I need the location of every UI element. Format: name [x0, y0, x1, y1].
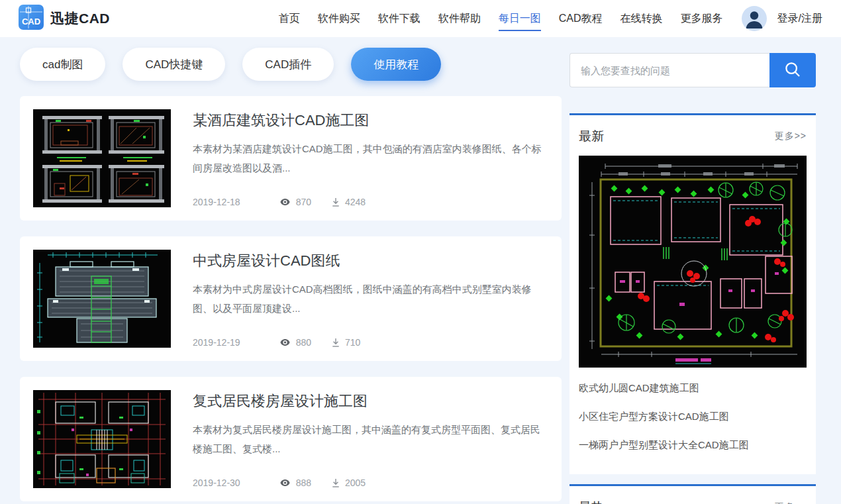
main-nav: 首页 软件购买 软件下载 软件帮助 每日一图 CAD教程 在线转换 更多服务 — [279, 8, 723, 29]
views-group: 888 — [279, 478, 311, 488]
latest-featured-image[interactable] — [579, 156, 807, 368]
nav-item-download[interactable]: 软件下载 — [378, 8, 420, 29]
search-input[interactable] — [569, 53, 769, 87]
download-icon — [331, 478, 340, 488]
nav-item-tutorials[interactable]: CAD教程 — [559, 8, 603, 29]
article-title[interactable]: 中式房屋设计CAD图纸 — [193, 251, 548, 271]
downloads-group: 4248 — [331, 197, 366, 207]
article-column: cad制图 CAD快捷键 CAD插件 使用教程 — [20, 48, 562, 504]
eye-icon — [279, 478, 291, 488]
eye-icon — [279, 337, 291, 348]
filter-pill-cad-drawing[interactable]: cad制图 — [20, 48, 105, 81]
article-thumbnail[interactable] — [33, 109, 171, 207]
cad-floorplan-drawing — [33, 250, 171, 348]
nav-item-home[interactable]: 首页 — [279, 8, 300, 29]
cad-duplex-plan-drawing — [33, 390, 171, 488]
article-card[interactable]: 某酒店建筑设计CAD施工图 本素材为某酒店建筑设计CAD施工图，其中包涵的有酒店… — [20, 96, 562, 221]
user-avatar-icon[interactable] — [742, 6, 767, 31]
article-title[interactable]: 某酒店建筑设计CAD施工图 — [193, 111, 548, 130]
cad-elevation-drawing — [33, 109, 171, 207]
download-icon — [331, 338, 340, 348]
filter-pill-plugins[interactable]: CAD插件 — [242, 48, 334, 81]
article-body: 中式房屋设计CAD图纸 本素材为中式房屋设计CAD高档图纸，图纸中涵盖的有高档中… — [193, 250, 548, 348]
views-count: 880 — [296, 337, 311, 348]
article-thumbnail[interactable] — [33, 390, 171, 488]
downloads-group: 2005 — [331, 478, 366, 488]
hottest-title: 最热 — [579, 499, 604, 504]
top-navigation-bar: CAD 迅捷CAD 首页 软件购买 软件下载 软件帮助 每日一图 CAD教程 在… — [0, 0, 841, 37]
views-count: 888 — [296, 478, 311, 488]
cad-logo-icon: CAD — [19, 5, 44, 32]
downloads-group: 710 — [331, 337, 360, 348]
article-title[interactable]: 复式居民楼房屋设计施工图 — [193, 391, 548, 411]
views-count: 870 — [296, 197, 311, 207]
hottest-more-link[interactable]: 更多>> — [775, 501, 807, 504]
latest-item[interactable]: 欧式幼儿圆CAD建筑施工图 — [579, 374, 807, 403]
article-body: 复式居民楼房屋设计施工图 本素材为复式居民楼房屋设计施工图，其中涵盖的有复式房型… — [193, 390, 548, 488]
article-card[interactable]: 复式居民楼房屋设计施工图 本素材为复式居民楼房屋设计施工图，其中涵盖的有复式房型… — [20, 377, 562, 501]
search-icon — [783, 60, 803, 81]
filter-pill-tutorials[interactable]: 使用教程 — [351, 48, 441, 81]
downloads-count: 710 — [345, 337, 360, 348]
downloads-count: 4248 — [345, 197, 366, 207]
latest-item[interactable]: 一梯两户户型别墅设计大全CAD施工图 — [579, 431, 807, 460]
article-description: 本素材为复式居民楼房屋设计施工图，其中涵盖的有复式房型平面图、复式居民楼施工图、… — [193, 420, 548, 459]
nav-item-daily-image[interactable]: 每日一图 — [499, 8, 541, 29]
download-icon — [331, 197, 340, 207]
category-filter-bar: cad制图 CAD快捷键 CAD插件 使用教程 — [20, 48, 562, 81]
eye-icon — [279, 197, 291, 207]
article-thumbnail[interactable] — [33, 250, 171, 348]
views-group: 870 — [279, 197, 311, 207]
nav-item-more-services[interactable]: 更多服务 — [681, 8, 723, 29]
article-date: 2019-12-18 — [193, 197, 240, 207]
hottest-panel: 最热 更多>> — [569, 484, 816, 504]
account-area: 登录/注册 — [742, 6, 822, 31]
article-meta: 2019-12-30 888 2005 — [193, 478, 548, 488]
filter-pill-shortcuts[interactable]: CAD快捷键 — [123, 48, 225, 81]
nav-item-online-convert[interactable]: 在线转换 — [620, 8, 663, 29]
latest-more-link[interactable]: 更多>> — [775, 130, 807, 142]
search-box — [569, 53, 816, 87]
latest-item[interactable]: 小区住宅户型方案设计CAD施工图 — [579, 403, 807, 431]
brand[interactable]: CAD 迅捷CAD — [19, 5, 110, 32]
latest-article-list: 欧式幼儿圆CAD建筑施工图 小区住宅户型方案设计CAD施工图 一梯两户户型别墅设… — [579, 374, 807, 460]
sidebar: 最新 更多>> — [569, 48, 816, 504]
page-content: cad制图 CAD快捷键 CAD插件 使用教程 — [0, 37, 841, 504]
article-list: 某酒店建筑设计CAD施工图 本素材为某酒店建筑设计CAD施工图，其中包涵的有酒店… — [20, 96, 562, 501]
login-register-link[interactable]: 登录/注册 — [777, 12, 822, 26]
latest-panel-head: 最新 更多>> — [579, 115, 807, 156]
article-description: 本素材为中式房屋设计CAD高档图纸，图纸中涵盖的有高档中式别墅室内装修图、以及平… — [193, 279, 548, 319]
latest-panel: 最新 更多>> — [569, 113, 816, 474]
brand-name: 迅捷CAD — [50, 9, 110, 28]
search-button[interactable] — [769, 53, 816, 87]
nav-item-help[interactable]: 软件帮助 — [438, 8, 481, 29]
article-description: 本素材为某酒店建筑设计CAD施工图，其中包涵的有酒店室内装修图纸、各个标间房屋改… — [193, 139, 548, 178]
hottest-panel-head: 最热 更多>> — [579, 486, 807, 504]
nav-item-purchase[interactable]: 软件购买 — [318, 8, 360, 29]
article-date: 2019-12-30 — [193, 478, 240, 488]
article-date: 2019-12-19 — [193, 337, 240, 348]
views-group: 880 — [279, 337, 311, 348]
cad-site-plan-drawing — [579, 156, 807, 368]
downloads-count: 2005 — [345, 478, 366, 488]
latest-title: 最新 — [579, 128, 604, 145]
article-meta: 2019-12-19 880 710 — [193, 337, 548, 348]
svg-text:CAD: CAD — [22, 17, 40, 26]
article-card[interactable]: 中式房屋设计CAD图纸 本素材为中式房屋设计CAD高档图纸，图纸中涵盖的有高档中… — [20, 236, 562, 361]
article-meta: 2019-12-18 870 4248 — [193, 197, 548, 207]
article-body: 某酒店建筑设计CAD施工图 本素材为某酒店建筑设计CAD施工图，其中包涵的有酒店… — [193, 109, 548, 207]
